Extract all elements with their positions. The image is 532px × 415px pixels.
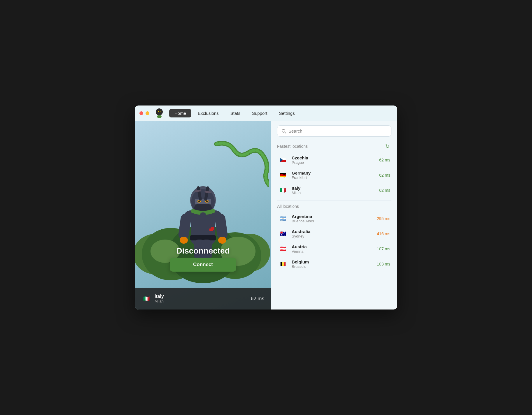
- all-locations-label: All locations: [277, 204, 299, 209]
- left-panel: Disconnected Connect 🇮🇹 Italy Milan 62 m…: [135, 121, 271, 310]
- search-bar[interactable]: [277, 125, 391, 137]
- location-country: Argentina: [292, 214, 373, 219]
- refresh-button[interactable]: ↻: [384, 143, 391, 150]
- tab-settings[interactable]: Settings: [274, 109, 300, 117]
- location-flag: 🇦🇺: [278, 229, 288, 238]
- location-ping: 107 ms: [377, 247, 390, 251]
- location-city: Sydney: [292, 234, 373, 238]
- svg-rect-31: [211, 227, 214, 230]
- location-country: Australia: [292, 229, 373, 234]
- svg-rect-9: [195, 199, 211, 204]
- location-ping: 295 ms: [377, 216, 390, 221]
- all-location-item[interactable]: 🇦🇹 Austria Vienna 107 ms: [277, 241, 391, 256]
- location-flag: 🇩🇪: [278, 170, 288, 180]
- location-ping: 416 ms: [377, 231, 390, 236]
- location-ping: 62 ms: [379, 158, 390, 162]
- all-location-item[interactable]: 🇦🇷 Argentina Buenos Aires 295 ms: [277, 211, 391, 226]
- window-controls: [139, 111, 149, 115]
- nav-tabs: Home Exclusions Stats Support Settings: [169, 109, 300, 117]
- connect-button[interactable]: Connect: [170, 258, 236, 272]
- tab-support[interactable]: Support: [247, 109, 273, 117]
- location-ping: 103 ms: [377, 262, 390, 266]
- fastest-location-item[interactable]: 🇮🇹 Italy Milan 62 ms: [277, 183, 391, 198]
- selected-country: Italy: [155, 294, 164, 299]
- location-info: Argentina Buenos Aires: [292, 214, 373, 223]
- location-city: Prague: [292, 160, 375, 165]
- tab-exclusions[interactable]: Exclusions: [192, 109, 224, 117]
- svg-point-5: [160, 111, 161, 112]
- search-input[interactable]: [288, 129, 387, 133]
- svg-rect-23: [214, 213, 228, 240]
- selected-ping: 62 ms: [251, 296, 264, 302]
- location-info: Belgium Brussels: [292, 259, 373, 269]
- location-city: Brussels: [292, 264, 373, 269]
- search-icon: [281, 129, 286, 133]
- connection-status: Disconnected: [176, 246, 230, 256]
- all-location-item[interactable]: 🇦🇺 Australia Sydney 416 ms: [277, 226, 391, 241]
- scarf-decoration: [211, 138, 269, 191]
- location-city: Frankfurt: [292, 175, 375, 180]
- location-info: Italy Milan: [292, 186, 375, 195]
- location-ping: 62 ms: [379, 188, 390, 193]
- fastest-locations-list: 🇨🇿 Czechia Prague 62 ms 🇩🇪 Germany Frank…: [277, 152, 391, 198]
- status-bar: 🇮🇹 Italy Milan 62 ms: [135, 288, 271, 310]
- svg-rect-22: [178, 213, 192, 240]
- location-city: Milan: [292, 191, 375, 195]
- app-logo: [154, 108, 164, 118]
- location-info: Austria Vienna: [292, 244, 373, 254]
- fastest-location-item[interactable]: 🇩🇪 Germany Frankfurt 62 ms: [277, 168, 391, 183]
- fastest-locations-label: Fastest locations: [277, 144, 308, 149]
- tab-home[interactable]: Home: [169, 109, 191, 117]
- selected-city: Milan: [155, 299, 164, 303]
- app-window: Home Exclusions Stats Support Settings: [135, 105, 397, 310]
- fastest-locations-header: Fastest locations ↻: [277, 143, 391, 150]
- svg-line-33: [285, 132, 286, 133]
- location-info: Germany Frankfurt: [292, 170, 375, 180]
- location-country: Czechia: [292, 155, 375, 160]
- tab-stats[interactable]: Stats: [225, 109, 246, 117]
- svg-point-4: [158, 111, 159, 112]
- location-ping: 62 ms: [379, 173, 390, 177]
- location-city: Buenos Aires: [292, 219, 373, 223]
- svg-point-27: [180, 237, 188, 244]
- svg-point-12: [198, 201, 200, 202]
- title-bar: Home Exclusions Stats Support Settings: [135, 105, 397, 121]
- location-info: Czechia Prague: [292, 155, 375, 165]
- location-info: Australia Sydney: [292, 229, 373, 238]
- svg-point-13: [206, 201, 208, 202]
- location-flag: 🇦🇹: [278, 244, 288, 254]
- location-country: Belgium: [292, 259, 373, 264]
- section-divider: [277, 200, 391, 201]
- location-city: Vienna: [292, 249, 373, 254]
- locations-list: 🇨🇿 Czechia Prague 62 ms 🇩🇪 Germany Frank…: [277, 152, 391, 305]
- right-panel: Fastest locations ↻ 🇨🇿 Czechia Prague 62…: [271, 121, 397, 310]
- selected-location-flag: 🇮🇹: [142, 294, 151, 303]
- fastest-location-item[interactable]: 🇨🇿 Czechia Prague 62 ms: [277, 152, 391, 168]
- svg-point-28: [218, 237, 226, 244]
- all-location-item[interactable]: 🇧🇪 Belgium Brussels 103 ms: [277, 256, 391, 272]
- location-flag: 🇦🇷: [278, 214, 288, 223]
- svg-rect-29: [200, 212, 206, 217]
- main-content: Disconnected Connect 🇮🇹 Italy Milan 62 m…: [135, 121, 397, 310]
- all-locations-list: 🇦🇷 Argentina Buenos Aires 295 ms 🇦🇺 Aust…: [277, 211, 391, 272]
- svg-rect-24: [190, 235, 216, 240]
- status-bar-location[interactable]: 🇮🇹 Italy Milan: [142, 294, 164, 303]
- location-flag: 🇨🇿: [278, 155, 288, 165]
- location-flag: 🇧🇪: [278, 259, 288, 269]
- svg-point-1: [157, 115, 162, 118]
- all-locations-header: All locations: [277, 204, 391, 209]
- location-flag: 🇮🇹: [278, 186, 288, 195]
- location-country: Austria: [292, 244, 373, 249]
- location-country: Italy: [292, 186, 375, 191]
- close-button[interactable]: [139, 111, 143, 115]
- location-country: Germany: [292, 170, 375, 175]
- status-bar-info: Italy Milan: [155, 294, 164, 303]
- minimize-button[interactable]: [146, 111, 149, 115]
